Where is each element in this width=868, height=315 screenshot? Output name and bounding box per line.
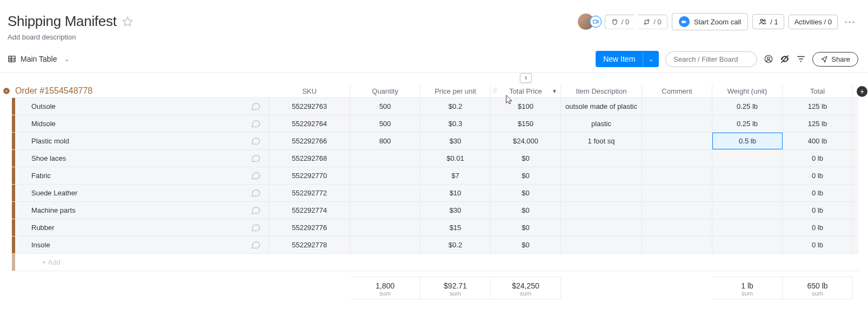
search-input[interactable]: [665, 51, 757, 67]
new-item-button[interactable]: New Item ⌄: [596, 51, 659, 67]
cell-comment[interactable]: [642, 150, 712, 167]
board-owner-avatar[interactable]: [578, 14, 600, 30]
hide-columns-icon[interactable]: [780, 54, 790, 64]
cell-weight[interactable]: 0.5 lb: [712, 133, 783, 149]
share-button[interactable]: Share: [812, 52, 858, 67]
cell-comment[interactable]: [642, 185, 712, 201]
cell-weight[interactable]: [712, 167, 783, 184]
cell-quantity[interactable]: [350, 150, 420, 167]
column-header-comment[interactable]: Comment: [642, 85, 712, 97]
cell-comment[interactable]: [642, 115, 712, 132]
cell-item-description[interactable]: [561, 219, 642, 236]
cell-quantity[interactable]: 800: [350, 133, 420, 149]
cell-item-description[interactable]: 1 foot sq: [561, 133, 642, 149]
cell-sku[interactable]: 552292763: [269, 98, 350, 115]
cell-quantity[interactable]: [350, 202, 420, 219]
column-header-price-per-unit[interactable]: Price per unit: [420, 85, 491, 97]
cell-item-description[interactable]: [561, 150, 642, 167]
board-title[interactable]: Shipping Manifest: [8, 13, 117, 30]
integrations-button[interactable]: / 0: [605, 15, 638, 29]
cell-price-per-unit[interactable]: $10: [420, 185, 491, 201]
new-item-dropdown[interactable]: ⌄: [643, 52, 659, 67]
add-column-button[interactable]: +: [853, 85, 868, 97]
item-name-cell[interactable]: Fabric: [15, 167, 269, 184]
add-item-row[interactable]: + Add: [15, 254, 858, 271]
cell-price-per-unit[interactable]: $30: [420, 133, 491, 149]
cell-comment[interactable]: [642, 237, 712, 253]
cell-price-per-unit[interactable]: $0.2: [420, 98, 491, 115]
cell-total[interactable]: 0 lb: [783, 150, 853, 167]
cell-sku[interactable]: 552292770: [269, 167, 350, 184]
column-header-total-price[interactable]: ⠿ Total Price ▼: [491, 85, 561, 97]
cell-sku[interactable]: 552292766: [269, 133, 350, 149]
cell-weight[interactable]: [712, 185, 783, 201]
cell-total[interactable]: 0 lb: [783, 202, 853, 219]
cell-item-description[interactable]: plastic: [561, 115, 642, 132]
cell-total[interactable]: 400 lb: [783, 133, 853, 149]
cell-total-price[interactable]: $0: [491, 219, 561, 236]
column-sort-handle[interactable]: [520, 73, 532, 83]
cell-item-description[interactable]: [561, 167, 642, 184]
item-name-cell[interactable]: Plastic mold: [15, 133, 269, 149]
collapse-group-icon[interactable]: [2, 87, 11, 95]
column-header-quantity[interactable]: Quantity: [350, 85, 420, 97]
start-zoom-button[interactable]: Start Zoom call: [672, 13, 748, 30]
cell-comment[interactable]: [642, 219, 712, 236]
item-name-cell[interactable]: Machine parts: [15, 202, 269, 219]
column-header-sku[interactable]: SKU: [269, 85, 350, 97]
cell-price-per-unit[interactable]: $15: [420, 219, 491, 236]
cell-weight[interactable]: [712, 150, 783, 167]
cell-comment[interactable]: [642, 202, 712, 219]
chat-icon[interactable]: [250, 222, 262, 234]
star-icon[interactable]: [122, 16, 133, 27]
cell-price-per-unit[interactable]: $0.3: [420, 115, 491, 132]
item-name-cell[interactable]: Shoe laces: [15, 150, 269, 167]
chat-icon[interactable]: [250, 118, 262, 130]
cell-total-price[interactable]: $0: [491, 237, 561, 253]
cell-comment[interactable]: [642, 98, 712, 115]
cell-total-price[interactable]: $0: [491, 150, 561, 167]
cell-weight[interactable]: [712, 202, 783, 219]
cell-weight[interactable]: 0.25 lb: [712, 98, 783, 115]
cell-item-description[interactable]: [561, 185, 642, 201]
cell-weight[interactable]: 0.25 lb: [712, 115, 783, 132]
chat-icon[interactable]: [250, 187, 262, 199]
cell-total-price[interactable]: $0: [491, 185, 561, 201]
cell-item-description[interactable]: outsole made of plastic: [561, 98, 642, 115]
cell-total[interactable]: 0 lb: [783, 219, 853, 236]
cell-quantity[interactable]: 500: [350, 115, 420, 132]
item-name-cell[interactable]: Suede Leather: [15, 185, 269, 201]
cell-total-price[interactable]: $100: [491, 98, 561, 115]
cell-price-per-unit[interactable]: $0.2: [420, 237, 491, 253]
chat-icon[interactable]: [250, 205, 262, 216]
cell-total[interactable]: 0 lb: [783, 185, 853, 201]
cell-total-price[interactable]: $0: [491, 167, 561, 184]
cell-item-description[interactable]: [561, 237, 642, 253]
cell-total[interactable]: 125 lb: [783, 98, 853, 115]
board-description[interactable]: Add board description: [8, 33, 133, 41]
item-name-cell[interactable]: Insole: [15, 237, 269, 253]
chat-icon[interactable]: [250, 135, 262, 147]
cell-total-price[interactable]: $150: [491, 115, 561, 132]
cell-item-description[interactable]: [561, 202, 642, 219]
cell-price-per-unit[interactable]: $0.01: [420, 150, 491, 167]
cell-weight[interactable]: [712, 237, 783, 253]
column-header-weight[interactable]: Weight (unit): [712, 85, 783, 97]
cell-comment[interactable]: [642, 133, 712, 149]
cell-sku[interactable]: 552292772: [269, 185, 350, 201]
view-tab-main-table[interactable]: Main Table ⌄: [8, 55, 69, 63]
cell-total[interactable]: 125 lb: [783, 115, 853, 132]
cell-sku[interactable]: 552292776: [269, 219, 350, 236]
item-name-cell[interactable]: Midsole: [15, 115, 269, 132]
cell-total[interactable]: 0 lb: [783, 167, 853, 184]
item-name-cell[interactable]: Rubber: [15, 219, 269, 236]
cell-quantity[interactable]: [350, 219, 420, 236]
cell-weight[interactable]: [712, 219, 783, 236]
filter-icon[interactable]: [796, 54, 806, 64]
cell-quantity[interactable]: [350, 237, 420, 253]
cell-quantity[interactable]: [350, 185, 420, 201]
column-header-total[interactable]: Total: [783, 85, 853, 97]
item-name-cell[interactable]: Outsole: [15, 98, 269, 115]
chat-icon[interactable]: [250, 101, 262, 113]
cell-sku[interactable]: 552292778: [269, 237, 350, 253]
